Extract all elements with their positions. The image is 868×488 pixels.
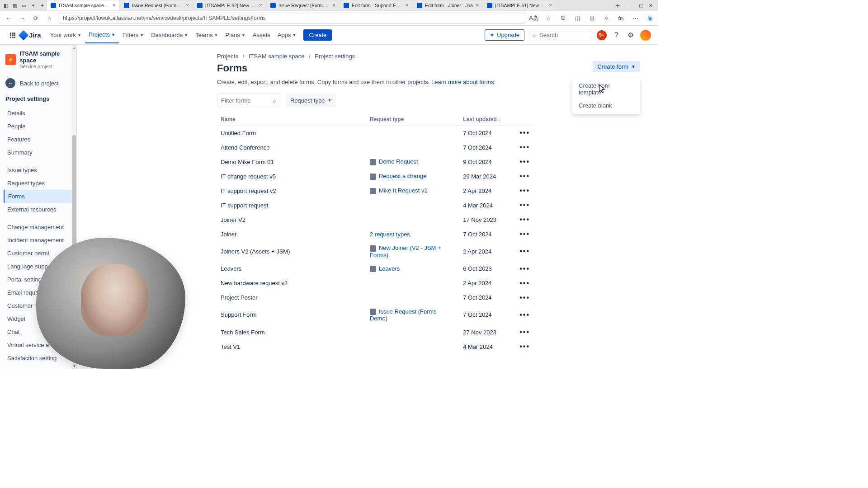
create-button[interactable]: Create — [303, 29, 332, 41]
browser-tab[interactable]: [ITSAMPLE-61] New Support F× — [483, 0, 556, 10]
create-form-button[interactable]: Create form ▼ — [593, 61, 640, 72]
close-window-button[interactable]: ✕ — [649, 3, 653, 9]
row-actions-button[interactable]: ••• — [515, 183, 533, 198]
sidebar-item-issue-types[interactable]: Issue types — [5, 164, 76, 177]
form-name[interactable]: Attend Conference — [217, 140, 366, 155]
collections-icon[interactable]: ◫ — [572, 13, 582, 23]
search-input[interactable]: ⌕ Search — [529, 30, 592, 40]
breadcrumb-space[interactable]: ITSAM sample space — [249, 53, 305, 60]
tab-close-icon[interactable]: × — [476, 2, 479, 9]
nav-item-dashboards[interactable]: Dashboards▼ — [147, 27, 192, 43]
request-type-link[interactable]: 2 request types — [370, 231, 410, 238]
row-actions-button[interactable]: ••• — [515, 262, 533, 276]
request-type-link[interactable]: New Joiner (V2 - JSM + Forms) — [370, 244, 441, 258]
browser-tab[interactable]: Edit form - Support Form - Jira× — [340, 0, 412, 10]
row-actions-button[interactable]: ••• — [515, 227, 533, 241]
request-type-link[interactable]: Demo Request — [379, 158, 418, 165]
form-name[interactable]: IT change request v5 — [217, 169, 366, 183]
scroll-down-icon[interactable]: ▾ — [72, 364, 76, 368]
extension-icon[interactable]: ⊞ — [587, 13, 597, 23]
tab-close-icon[interactable]: × — [113, 2, 116, 9]
pinned-icon[interactable]: ✦ — [29, 1, 37, 9]
form-name[interactable]: IT support request v2 — [217, 183, 366, 198]
row-actions-button[interactable]: ••• — [515, 140, 533, 155]
tab-close-icon[interactable]: × — [406, 2, 409, 9]
form-name[interactable]: Project Poster — [217, 291, 366, 305]
form-name[interactable]: Test V1 — [217, 339, 366, 354]
form-name[interactable]: Support Form — [217, 305, 366, 325]
forward-button[interactable]: → — [17, 13, 27, 23]
row-actions-button[interactable]: ••• — [515, 126, 533, 141]
profile-icon[interactable]: ◧ — [2, 1, 10, 9]
shopping-icon[interactable]: 🛍 — [616, 13, 626, 23]
request-type-link[interactable]: Issue Request (Forms Demo) — [370, 308, 437, 322]
row-actions-button[interactable]: ••• — [515, 325, 533, 339]
home-button[interactable]: ⌂ — [44, 13, 54, 23]
browser-tab[interactable]: Edit form - Joiner - Jira× — [413, 0, 482, 10]
extensions-icon[interactable]: ✧ — [601, 13, 611, 23]
request-type-filter[interactable]: Request type ▼ — [286, 94, 336, 107]
learn-more-link[interactable]: Learn more about forms — [431, 79, 494, 85]
form-name[interactable]: Demo Mike Form 01 — [217, 155, 366, 169]
form-name[interactable]: Joiner V2 — [217, 212, 366, 227]
help-icon[interactable]: ? — [611, 30, 621, 40]
scroll-up-icon[interactable]: ▴ — [72, 46, 76, 50]
pinned-icon-2[interactable]: ✦ — [38, 1, 46, 9]
row-actions-button[interactable]: ••• — [515, 291, 533, 305]
settings-icon[interactable]: ⚙ — [626, 30, 636, 40]
workspaces-icon[interactable]: ▦ — [11, 1, 19, 9]
notifications-badge[interactable]: 9+ — [597, 30, 607, 40]
nav-item-projects[interactable]: Projects▼ — [85, 27, 119, 43]
reader-icon[interactable]: Aあ — [529, 13, 539, 23]
tab-close-icon[interactable]: × — [259, 2, 262, 9]
browser-tab[interactable]: [ITSAMPLE-62] New Support F× — [193, 0, 266, 10]
tab-group-icon[interactable]: ▭ — [20, 1, 28, 9]
row-actions-button[interactable]: ••• — [515, 241, 533, 262]
request-type-link[interactable]: Leavers — [379, 265, 400, 272]
sidebar-item-knowledge-base[interactable]: Knowledge base — [5, 365, 76, 369]
upgrade-button[interactable]: ✦ Upgrade — [485, 29, 524, 41]
jira-logo[interactable]: Jira — [20, 31, 41, 39]
filter-forms-input[interactable]: ⌕ — [217, 94, 280, 107]
col-header-last-updated[interactable]: Last updated — [459, 113, 515, 126]
project-header[interactable]: ⚡ ITSAM sample space Service project — [5, 50, 76, 69]
form-name[interactable]: Tech Sales Form — [217, 325, 366, 339]
sidebar-item-people[interactable]: People — [5, 120, 76, 133]
nav-item-teams[interactable]: Teams▼ — [192, 27, 222, 43]
row-actions-button[interactable]: ••• — [515, 212, 533, 227]
row-actions-button[interactable]: ••• — [515, 169, 533, 183]
row-actions-button[interactable]: ••• — [515, 276, 533, 291]
col-header-request-type[interactable]: Request type — [366, 113, 459, 126]
create-blank-item[interactable]: Create blank — [572, 99, 640, 112]
sidebar-item-external-resources[interactable]: External resources — [5, 203, 76, 216]
nav-item-filters[interactable]: Filters▼ — [119, 27, 147, 43]
tab-close-icon[interactable]: × — [549, 2, 552, 9]
sidebar-item-features[interactable]: Features — [5, 133, 76, 146]
minimize-button[interactable]: — — [628, 3, 633, 9]
nav-item-apps[interactable]: Apps▼ — [274, 27, 300, 43]
form-name[interactable]: Untitled Form — [217, 126, 366, 141]
request-type-link[interactable]: Request a change — [379, 173, 427, 179]
row-actions-button[interactable]: ••• — [515, 339, 533, 354]
nav-item-plans[interactable]: Plans▼ — [222, 27, 249, 43]
tab-close-icon[interactable]: × — [186, 2, 189, 9]
new-tab-button[interactable]: ＋ — [611, 1, 624, 10]
request-type-link[interactable]: Mike It Request v2 — [379, 187, 428, 194]
form-name[interactable]: Leavers — [217, 262, 366, 276]
address-bar[interactable]: https://projectflowuk.atlassian.net/jira… — [58, 13, 525, 23]
puzzle-icon[interactable]: ⋯ — [630, 13, 640, 23]
sidebar-item-summary[interactable]: Summary — [5, 146, 76, 159]
form-name[interactable]: IT support request — [217, 198, 366, 212]
breadcrumb-projects[interactable]: Projects — [217, 53, 238, 60]
sidebar-item-forms[interactable]: Forms — [4, 190, 76, 203]
breadcrumb-settings[interactable]: Project settings — [315, 53, 355, 60]
create-from-template-item[interactable]: Create from template — [572, 79, 640, 99]
user-avatar[interactable] — [640, 30, 651, 41]
favorite-icon[interactable]: ☆ — [543, 13, 553, 23]
col-header-name[interactable]: Name — [217, 113, 366, 126]
form-name[interactable]: Joiner — [217, 227, 366, 241]
form-name[interactable]: Joiners V2 (Assets + JSM) — [217, 241, 366, 262]
browser-tab[interactable]: ITSAM sample space - Forms - S× — [47, 0, 119, 10]
form-name[interactable]: New hardware request v2 — [217, 276, 366, 291]
copilot-icon[interactable]: ◉ — [645, 13, 655, 23]
